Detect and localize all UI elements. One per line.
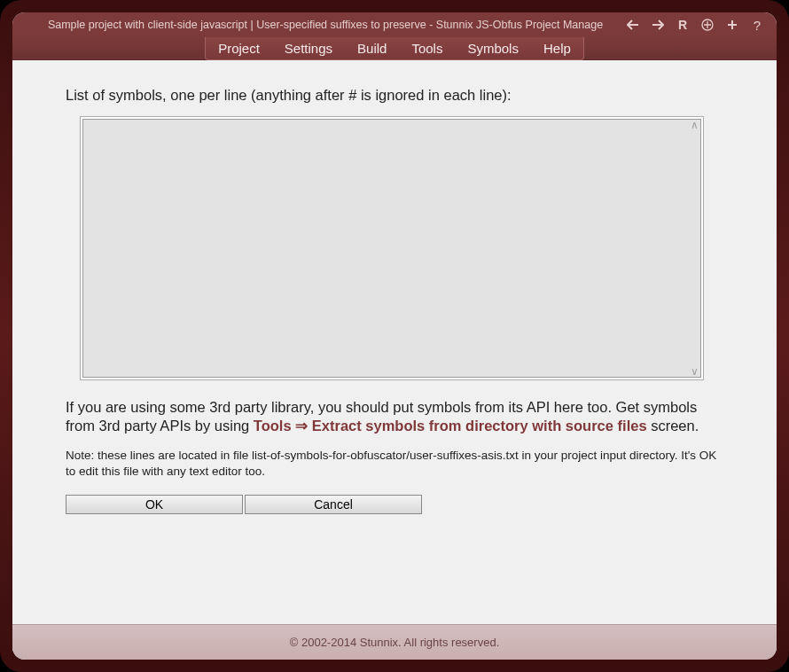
help-icon[interactable]: ?	[750, 18, 764, 32]
button-row: OK Cancel	[66, 495, 723, 514]
symbols-textarea[interactable]	[82, 119, 701, 378]
back-arrow-icon[interactable]	[626, 18, 640, 32]
content-area: List of symbols, one per line (anything …	[12, 60, 777, 624]
menu-project[interactable]: Project	[206, 37, 272, 60]
copyright-text: © 2002-2014 Stunnix. All rights reserved…	[290, 636, 500, 649]
forward-arrow-icon[interactable]	[651, 18, 665, 32]
extract-symbols-link[interactable]: Tools ⇒ Extract symbols from directory w…	[254, 418, 647, 434]
menu-help[interactable]: Help	[531, 37, 583, 60]
third-party-hint: If you are using some 3rd party library,…	[66, 398, 723, 435]
symbols-textarea-wrap: ∧ ∨	[80, 116, 704, 380]
reload-icon[interactable]: R	[676, 18, 690, 32]
titlebar-controls: R ?	[626, 18, 764, 32]
menu-settings[interactable]: Settings	[272, 37, 345, 60]
menubar: Project Settings Build Tools Symbols Hel…	[12, 37, 777, 60]
hint-text-after: screen.	[647, 418, 699, 434]
footer: © 2002-2014 Stunnix. All rights reserved…	[12, 624, 777, 660]
menu-symbols[interactable]: Symbols	[455, 37, 531, 60]
titlebar: Sample project with client-side javascri…	[12, 12, 777, 37]
cancel-button[interactable]: Cancel	[245, 495, 422, 514]
file-location-note: Note: these lines are located in file li…	[66, 448, 723, 479]
instruction-label: List of symbols, one per line (anything …	[66, 87, 723, 104]
menu-build[interactable]: Build	[345, 37, 399, 60]
plus-icon[interactable]	[725, 18, 739, 32]
ok-button[interactable]: OK	[66, 495, 243, 514]
add-circle-icon[interactable]	[700, 18, 715, 32]
project-manager-window: Sample project with client-side javascri…	[12, 12, 777, 660]
window-title: Sample project with client-side javascri…	[25, 19, 626, 31]
menu-tools[interactable]: Tools	[399, 37, 455, 60]
